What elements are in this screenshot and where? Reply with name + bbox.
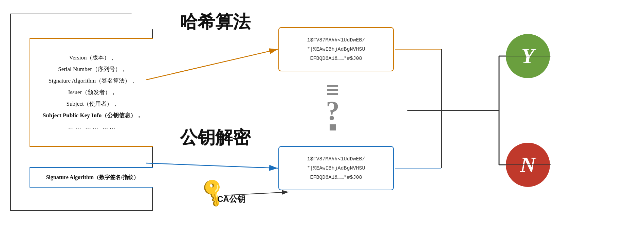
cert-sig-label: Signature Algorithm（数字签名/指纹） <box>46 174 139 181</box>
cert-line6: Subject Public Key Info（公钥信息）， <box>43 110 142 121</box>
diagram-container: Version（版本）， Serial Number（序列号）， Signatu… <box>0 0 644 228</box>
cert-line4: Issuer（颁发者）， <box>68 87 117 98</box>
cert-info-section: Version（版本）， Serial Number（序列号）， Signatu… <box>30 38 155 147</box>
decrypt-result-text: 1$FV87MA##<1UdDwEB/*|%EAwIBhjAdBgNVHSUEF… <box>307 155 365 182</box>
cert-line1: Version（版本）， <box>69 52 116 64</box>
cert-line7: …… …… …… <box>68 121 117 133</box>
ca-key-label: CA公钥 <box>217 194 245 205</box>
decrypt-result-box: 1$FV87MA##<1UdDwEB/*|%EAwIBhjAdBgNVHSUEF… <box>278 146 394 190</box>
circle-n-label: N <box>520 152 536 177</box>
title-hash: 哈希算法 <box>180 10 251 34</box>
svg-line-4 <box>146 163 278 168</box>
cert-line3: Signature Algorithm（签名算法）， <box>49 75 136 87</box>
circle-no: N <box>506 143 550 187</box>
hash-result-text: 1$FV87MA##<1UdDwEB/*|%EAwIBhjAdBgNVHSUEF… <box>307 36 365 63</box>
certificate-box: Version（版本）， Serial Number（序列号）， Signatu… <box>10 14 153 211</box>
circle-y-label: Y <box>521 43 534 69</box>
circle-yes: Y <box>506 34 550 78</box>
title-pubkey: 公钥解密 <box>180 126 251 150</box>
cert-signature-section: Signature Algorithm（数字签名/指纹） <box>30 167 155 188</box>
svg-line-3 <box>146 49 278 80</box>
hash-result-box: 1$FV87MA##<1UdDwEB/*|%EAwIBhjAdBgNVHSUEF… <box>278 27 394 71</box>
cert-line5: Subject（使用者）， <box>67 98 118 110</box>
equal-question-symbol: ≡ ? <box>326 78 339 130</box>
cert-line2: Serial Number（序列号）， <box>58 64 127 75</box>
